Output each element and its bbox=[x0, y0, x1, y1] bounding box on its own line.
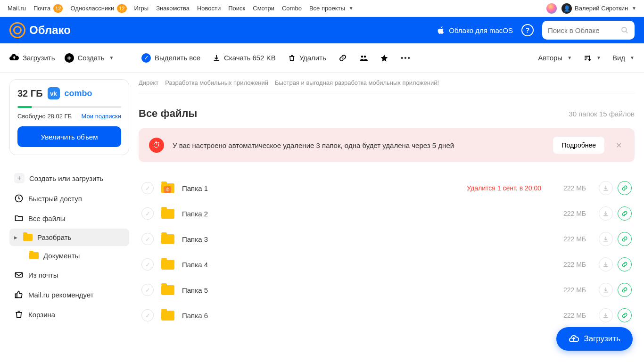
ad-line[interactable]: Директ Разработка мобильных приложений Б… bbox=[139, 73, 635, 93]
link-row-button[interactable] bbox=[618, 283, 632, 297]
link-row-button[interactable] bbox=[618, 257, 632, 272]
topnav-item[interactable]: Поиск bbox=[228, 5, 245, 12]
link-row-button[interactable] bbox=[618, 308, 632, 322]
tree-item[interactable]: Все файлы bbox=[9, 209, 129, 228]
topnav-item[interactable]: Почта12 bbox=[33, 4, 63, 13]
help-icon[interactable]: ? bbox=[521, 24, 534, 36]
cloud-logo-icon bbox=[9, 22, 25, 38]
tree-item[interactable]: Корзина bbox=[9, 305, 129, 324]
fab-upload-button[interactable]: Загрузить bbox=[556, 327, 633, 347]
files-list: ✓⏱Папка 1Удалится 1 сент. в 20:00222 МБ✓… bbox=[139, 175, 635, 328]
notice-details-button[interactable]: Подробнее bbox=[553, 137, 604, 154]
download-row-button[interactable] bbox=[599, 206, 613, 221]
link-button[interactable] bbox=[339, 54, 347, 62]
share-button[interactable] bbox=[359, 54, 368, 62]
file-row[interactable]: ✓Папка 4222 МБ bbox=[139, 252, 635, 277]
ad-label: Директ bbox=[139, 79, 158, 86]
folder-icon bbox=[161, 285, 174, 295]
download-row-button[interactable] bbox=[599, 257, 613, 272]
link-row-button[interactable] bbox=[618, 181, 632, 195]
topnav-label: Новости bbox=[197, 5, 221, 12]
create-button[interactable]: + Создать ▼ bbox=[65, 53, 114, 63]
page-meta: 30 папок 15 файлов bbox=[569, 110, 635, 118]
user-menu[interactable]: 👤 Валерий Сироткин ▼ bbox=[561, 3, 636, 14]
upload-button[interactable]: Загрузить bbox=[9, 53, 55, 63]
row-checkbox[interactable]: ✓ bbox=[141, 284, 154, 296]
svg-point-3 bbox=[364, 55, 366, 58]
toolbar-main: ✓ Выделить все Скачать 652 KB Удалить ••… bbox=[141, 53, 538, 63]
increase-storage-button[interactable]: Увеличить объем bbox=[17, 126, 121, 147]
close-icon[interactable]: ✕ bbox=[613, 141, 624, 150]
topnav-item[interactable]: Одноклассники12 bbox=[70, 4, 126, 13]
sort-button[interactable]: ▼ bbox=[583, 54, 601, 62]
search-input[interactable] bbox=[548, 26, 614, 34]
tree-item[interactable]: ▶Разобрать bbox=[9, 229, 129, 246]
folder-icon bbox=[29, 252, 39, 259]
macos-link-label: Облако для macOS bbox=[449, 26, 513, 34]
link-row-button[interactable] bbox=[618, 232, 632, 246]
avatar-gradient-icon[interactable] bbox=[546, 3, 557, 14]
search-box[interactable] bbox=[542, 21, 635, 40]
plus-square-icon: + bbox=[14, 173, 25, 183]
clock-icon bbox=[14, 194, 24, 203]
tree-item[interactable]: Из почты bbox=[9, 265, 129, 284]
topnav-item[interactable]: Смотри bbox=[253, 5, 274, 12]
file-name: Папка 2 bbox=[182, 210, 551, 218]
folder-icon bbox=[161, 209, 174, 219]
favorite-button[interactable] bbox=[380, 54, 388, 62]
tree-item[interactable]: Mail.ru рекомендует bbox=[9, 285, 129, 304]
macos-link[interactable]: Облако для macOS bbox=[437, 26, 513, 34]
delete-warning: Удалится 1 сент. в 20:00 bbox=[467, 184, 541, 192]
row-checkbox[interactable]: ✓ bbox=[141, 309, 154, 321]
topnav-item[interactable]: Mail.ru bbox=[8, 5, 26, 12]
subs-link[interactable]: Мои подписки bbox=[82, 113, 121, 120]
quota-line: Свободно 28.02 ГБ Мои подписки bbox=[17, 113, 121, 120]
file-row[interactable]: ✓Папка 2222 МБ bbox=[139, 201, 635, 226]
topnav-item[interactable]: Игры bbox=[134, 5, 149, 12]
select-all-button[interactable]: ✓ Выделить все bbox=[141, 53, 200, 63]
file-size: 222 МБ bbox=[558, 312, 591, 319]
topnav-item[interactable]: Знакомства bbox=[156, 5, 190, 12]
tree-item-label: Документы bbox=[43, 252, 80, 260]
topnav-item[interactable]: Combo bbox=[282, 5, 302, 12]
caret-down-icon: ▼ bbox=[567, 55, 572, 60]
link-row-button[interactable] bbox=[618, 206, 632, 221]
avatar-icon: 👤 bbox=[561, 3, 572, 14]
bluebar: Облако Облако для macOS ? bbox=[0, 17, 644, 43]
tree-item[interactable]: Быстрый доступ bbox=[9, 189, 129, 208]
notice-text: У вас настроено автоматическое удаление … bbox=[173, 141, 545, 149]
file-row[interactable]: ✓⏱Папка 1Удалится 1 сент. в 20:00222 МБ bbox=[139, 175, 635, 201]
check-circle-icon: ✓ bbox=[141, 53, 151, 63]
file-actions bbox=[599, 232, 632, 246]
file-row[interactable]: ✓Папка 6222 МБ bbox=[139, 303, 635, 328]
topnav-item[interactable]: Все проекты▼ bbox=[309, 5, 354, 12]
thumb-icon bbox=[14, 290, 24, 299]
delete-button[interactable]: Удалить bbox=[288, 54, 326, 62]
download-row-button[interactable] bbox=[599, 283, 613, 297]
brand[interactable]: Облако bbox=[9, 22, 71, 38]
view-button[interactable]: Вид ▼ bbox=[612, 54, 635, 62]
topnav-item[interactable]: Новости bbox=[197, 5, 221, 12]
row-checkbox[interactable]: ✓ bbox=[141, 182, 154, 194]
body: 32 ГБ vk combo Свободно 28.02 ГБ Мои под… bbox=[0, 73, 644, 347]
authors-filter[interactable]: Авторы ▼ bbox=[538, 54, 572, 62]
file-row[interactable]: ✓Папка 5222 МБ bbox=[139, 277, 635, 303]
tree-item[interactable]: Документы bbox=[9, 247, 129, 264]
download-row-button[interactable] bbox=[599, 232, 613, 246]
download-row-button[interactable] bbox=[599, 308, 613, 322]
search-icon[interactable] bbox=[620, 26, 629, 34]
download-icon bbox=[213, 54, 220, 62]
file-name: Папка 1 bbox=[182, 184, 459, 192]
download-row-button[interactable] bbox=[599, 181, 613, 195]
row-checkbox[interactable]: ✓ bbox=[141, 233, 154, 245]
topnav-label: Почта bbox=[33, 5, 50, 12]
main: Директ Разработка мобильных приложений Б… bbox=[139, 73, 644, 347]
row-checkbox[interactable]: ✓ bbox=[141, 207, 154, 220]
file-row[interactable]: ✓Папка 3222 МБ bbox=[139, 226, 635, 252]
download-button[interactable]: Скачать 652 KB bbox=[213, 54, 276, 62]
vk-icon: vk bbox=[48, 87, 60, 99]
row-checkbox[interactable]: ✓ bbox=[141, 258, 154, 271]
more-button[interactable]: ••• bbox=[401, 54, 411, 62]
tree-item[interactable]: +Создать или загрузить bbox=[9, 168, 129, 188]
ad-text-2: Быстрая и выгодная разработка мобильных … bbox=[275, 79, 439, 86]
